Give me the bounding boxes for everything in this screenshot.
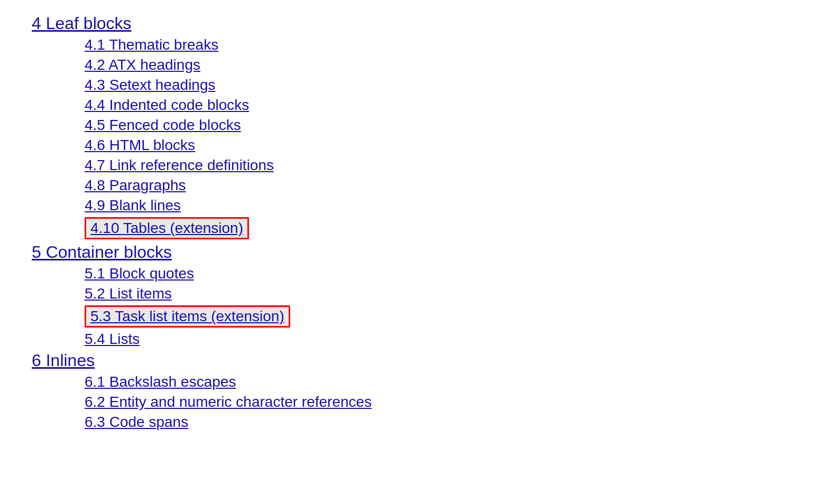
highlighted-item-5-3: 5.3 Task list items (extension) <box>85 305 290 328</box>
toc-link-5-4[interactable]: 5.4 Lists <box>85 331 140 347</box>
toc-subsection-5-4: 5.4 Lists <box>32 331 799 348</box>
toc-subsection-4-10: 4.10 Tables (extension) <box>32 217 799 239</box>
toc-link-4-3[interactable]: 4.3 Setext headings <box>85 77 216 93</box>
toc-link-4-6[interactable]: 4.6 HTML blocks <box>85 137 195 153</box>
toc-subsection-4-9: 4.9 Blank lines <box>32 197 799 214</box>
highlighted-item-4-10: 4.10 Tables (extension) <box>85 217 249 239</box>
toc-subsection-4-8: 4.8 Paragraphs <box>32 177 799 194</box>
toc-section-section-6: 6 Inlines <box>32 351 799 370</box>
toc-link-5-3[interactable]: 5.3 Task list items (extension) <box>90 308 284 324</box>
toc-subsection-5-2: 5.2 List items <box>32 285 799 302</box>
toc-section-section-5: 5 Container blocks <box>32 242 799 262</box>
toc-subsection-4-3: 4.3 Setext headings <box>32 77 799 94</box>
toc-subsection-6-3: 6.3 Code spans <box>32 414 799 431</box>
toc-link-6-1[interactable]: 6.1 Backslash escapes <box>85 374 236 390</box>
toc-subsection-4-1: 4.1 Thematic breaks <box>32 36 799 53</box>
toc-link-section-6[interactable]: 6 Inlines <box>32 351 95 370</box>
toc-link-section-4[interactable]: 4 Leaf blocks <box>32 14 132 33</box>
toc-link-section-5[interactable]: 5 Container blocks <box>32 242 172 262</box>
toc-subsection-4-2: 4.2 ATX headings <box>32 57 799 73</box>
toc-link-4-10[interactable]: 4.10 Tables (extension) <box>90 220 243 236</box>
toc-link-6-2[interactable]: 6.2 Entity and numeric character referen… <box>85 394 372 410</box>
toc-section-section-4: 4 Leaf blocks <box>32 14 799 33</box>
toc-subsection-4-7: 4.7 Link reference definitions <box>32 157 799 174</box>
toc-subsection-5-1: 5.1 Block quotes <box>32 265 799 282</box>
toc-subsection-6-2: 6.2 Entity and numeric character referen… <box>32 394 799 410</box>
toc-link-4-5[interactable]: 4.5 Fenced code blocks <box>85 117 241 133</box>
toc-subsection-6-1: 6.1 Backslash escapes <box>32 374 799 390</box>
toc-link-4-9[interactable]: 4.9 Blank lines <box>85 197 181 213</box>
toc-subsection-5-3: 5.3 Task list items (extension) <box>32 305 799 328</box>
toc-link-4-8[interactable]: 4.8 Paragraphs <box>85 177 186 193</box>
toc-link-4-2[interactable]: 4.2 ATX headings <box>85 57 200 73</box>
toc-subsection-4-5: 4.5 Fenced code blocks <box>32 117 799 134</box>
toc-subsection-4-6: 4.6 HTML blocks <box>32 137 799 154</box>
toc-link-4-4[interactable]: 4.4 Indented code blocks <box>85 97 249 113</box>
toc-subsection-4-4: 4.4 Indented code blocks <box>32 97 799 114</box>
toc-link-5-2[interactable]: 5.2 List items <box>85 285 172 302</box>
toc-link-4-7[interactable]: 4.7 Link reference definitions <box>85 157 274 173</box>
toc-link-6-3[interactable]: 6.3 Code spans <box>85 414 188 430</box>
toc-link-4-1[interactable]: 4.1 Thematic breaks <box>85 36 218 53</box>
toc-list: 4 Leaf blocks4.1 Thematic breaks4.2 ATX … <box>32 14 799 431</box>
toc-link-5-1[interactable]: 5.1 Block quotes <box>85 265 194 282</box>
